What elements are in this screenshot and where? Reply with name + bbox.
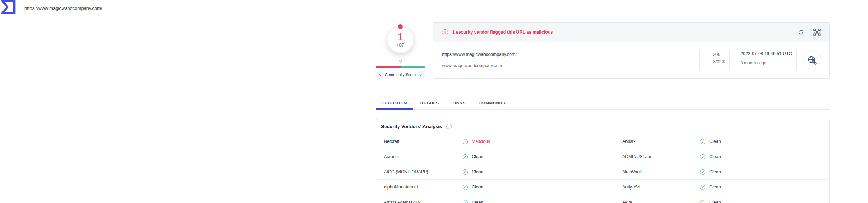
verdict-icon: ✓ [700, 154, 705, 160]
verdict-icon: ✓ [700, 169, 705, 175]
verdict-icon: ✓ [463, 185, 468, 190]
verdict-icon: ✓ [463, 154, 468, 160]
verdict-icon: ✓ [700, 139, 705, 144]
report-domain: www.magicwandcompany.com [442, 63, 502, 68]
report-tabs: DETECTION DETAILS LINKS COMMUNITY [376, 98, 830, 110]
vendor-verdict: ✓ Clean [700, 154, 721, 160]
topbar-separator [19, 3, 19, 13]
community-score-bar [376, 66, 425, 68]
verdict-icon: ! [463, 139, 468, 144]
verdict-label: Clean [472, 154, 483, 159]
http-status-code: 200 [713, 52, 720, 57]
table-row: Netcraft ! Malicious Abusix ✓ Clean [376, 134, 829, 149]
security-vendors-analysis-card: Security Vendors' Analysis i Netcraft ! … [376, 119, 830, 203]
verdict-label: Clean [472, 200, 483, 203]
vote-down-icon[interactable]: ✕ [376, 71, 384, 79]
verdict-label: Malicious [472, 139, 490, 144]
report-card: ! 1 security vendor flagged this URL as … [433, 22, 830, 79]
vendor-name: alphaMountain.ai [376, 185, 463, 190]
verdict-label: Clean [709, 200, 721, 203]
verdict-label: Clean [709, 185, 721, 190]
http-status-label: Status [713, 59, 725, 64]
verdict-label: Clean [709, 169, 721, 174]
verdict-icon: ✓ [463, 200, 468, 203]
vendor-cell: Antiy-AVL ✓ Clean [614, 180, 830, 195]
table-row: Artists Against 419 ✓ Clean Avira ✓ Clea… [376, 195, 829, 203]
vendor-verdict: ✓ Clean [463, 200, 483, 203]
divider [699, 50, 700, 70]
vendor-cell: AICC (MONITORAPP) ✓ Clean [376, 164, 614, 179]
vendor-cell: Netcraft ! Malicious [376, 134, 614, 149]
table-row: alphaMountain.ai ✓ Clean Antiy-AVL ✓ Cle… [376, 180, 829, 195]
vendor-cell: Abusix ✓ Clean [614, 134, 830, 149]
score-total: / 87 [397, 43, 404, 48]
verdict-icon: ✓ [700, 200, 705, 203]
community-score-row: ✕ Community Score ✓ [376, 71, 425, 79]
vendor-verdict: ✓ Clean [700, 139, 721, 144]
vendor-cell: Artists Against 419 ✓ Clean [376, 195, 614, 203]
alert-icon: ! [442, 29, 448, 35]
report-card-body: https://www.magicwandcompany.com/ www.ma… [433, 42, 829, 78]
tab-detection[interactable]: DETECTION [376, 98, 413, 110]
report-url: https://www.magicwandcompany.com/ [442, 52, 517, 57]
verdict-icon: ✓ [463, 169, 468, 175]
vendor-table: Netcraft ! Malicious Abusix ✓ Clean A [376, 134, 829, 203]
analysis-title: Security Vendors' Analysis [381, 124, 442, 129]
detection-score-widget: 1 / 87 ? ✕ Community Score ✓ [376, 22, 425, 79]
vendor-verdict: ✓ Clean [463, 169, 483, 175]
last-analysis-date: 2022-07-08 19:46:51 UTC [741, 51, 792, 56]
score-bar-negative-segment [376, 66, 401, 68]
report-actions [798, 29, 821, 36]
vendor-verdict: ✓ Clean [463, 154, 483, 160]
vendor-verdict: ✓ Clean [463, 185, 483, 190]
url-report-page: https://www.magicwandcompany.com/ 1 / 87… [0, 0, 868, 203]
last-analysis-age: 3 months ago [741, 60, 766, 65]
vendor-cell: Acronis ✓ Clean [376, 149, 614, 164]
score-positives: 1 [397, 31, 403, 42]
table-row: AICC (MONITORAPP) ✓ Clean AlienVault ✓ C… [376, 164, 829, 180]
vendor-verdict: ! Malicious [463, 139, 490, 144]
virustotal-logo[interactable] [1, 0, 16, 15]
tab-community[interactable]: COMMUNITY [473, 98, 512, 110]
verdict-label: Clean [709, 154, 721, 159]
vendor-verdict: ✓ Clean [700, 185, 721, 190]
vendor-cell: AlienVault ✓ Clean [614, 164, 830, 179]
analysis-header: Security Vendors' Analysis i [376, 119, 829, 134]
verdict-icon: ✓ [700, 185, 705, 190]
community-score-label: Community Score [385, 72, 416, 77]
table-row: Acronis ✓ Clean ADMINUSLabs ✓ Clean [376, 149, 829, 164]
graph-icon[interactable] [813, 29, 821, 36]
vendor-verdict: ✓ Clean [700, 200, 721, 203]
vendor-name: AlienVault [614, 169, 700, 174]
score-bar-positive-segment [401, 66, 425, 68]
vendor-cell: ADMINUSLabs ✓ Clean [614, 149, 830, 164]
vendor-name: Artists Against 419 [376, 200, 463, 203]
gauge-malicious-dot [398, 24, 403, 29]
reanalyze-icon[interactable] [798, 29, 804, 36]
vendor-name: Netcraft [376, 139, 463, 144]
vendor-verdict: ✓ Clean [700, 169, 721, 175]
divider [796, 50, 797, 70]
url-content-type-icon [803, 51, 821, 69]
vendor-name: ADMINUSLabs [614, 154, 700, 159]
vendor-name: Avira [614, 200, 700, 203]
topbar: https://www.magicwandcompany.com/ [0, 0, 868, 16]
report-card-header: ! 1 security vendor flagged this URL as … [433, 23, 829, 42]
vendor-name: Acronis [376, 154, 463, 159]
search-input[interactable]: https://www.magicwandcompany.com/ [24, 0, 449, 16]
vendor-cell: Avira ✓ Clean [614, 195, 830, 203]
vote-up-icon[interactable]: ✓ [417, 71, 425, 79]
vendor-name: Antiy-AVL [614, 185, 700, 190]
info-icon[interactable]: i [446, 124, 452, 129]
verdict-label: Clean [472, 185, 483, 190]
vendor-name: AICC (MONITORAPP) [376, 169, 463, 174]
community-score-hint: ? [376, 59, 425, 64]
detection-score-gauge: 1 / 87 [387, 26, 414, 53]
vendor-name: Abusix [614, 139, 700, 144]
verdict-label: Clean [472, 169, 483, 174]
tab-details[interactable]: DETAILS [415, 98, 445, 110]
flag-message: 1 security vendor flagged this URL as ma… [452, 30, 553, 35]
tab-links[interactable]: LINKS [447, 98, 471, 110]
vendor-cell: alphaMountain.ai ✓ Clean [376, 180, 614, 195]
verdict-label: Clean [709, 139, 721, 144]
